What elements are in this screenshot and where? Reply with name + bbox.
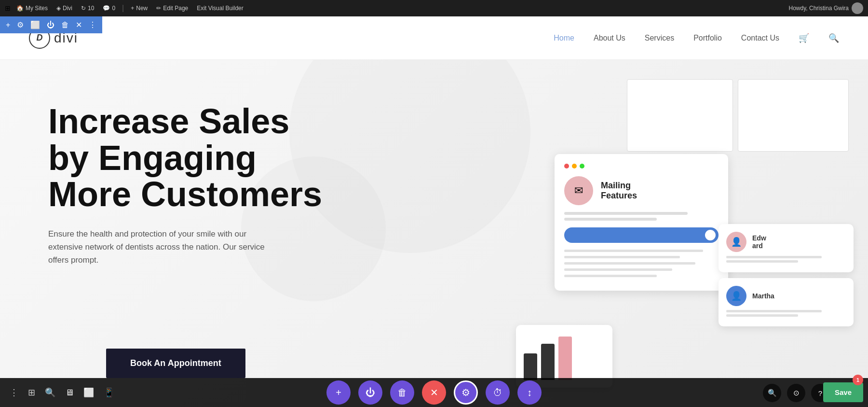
exit-visual-builder-btn[interactable]: Exit Visual Builder [194,3,246,14]
dot-red [564,164,569,168]
bar-2 [541,344,555,380]
vb-section-toolbar: + ⚙ ⬜ ⏻ 🗑 ✕ ⋮ [0,16,102,33]
divi-icon: ◈ [56,5,61,12]
fab-clock[interactable]: ⏱ [486,380,510,405]
toggle-icon[interactable]: ⏻ [47,21,54,29]
navigation: D divi Home About Us Services Portfolio … [0,16,868,60]
user-row-edward: 👤 Edward [726,232,846,252]
progress-bar [564,227,719,243]
dot-green [580,164,584,168]
avatar-edward: 👤 [726,232,746,252]
fab-sort[interactable]: ↕ [517,380,542,405]
sites-icon: 🏠 [16,5,24,12]
trash-icon[interactable]: 🗑 [61,21,69,29]
avatar[interactable] [852,2,863,14]
thin-line-4 [564,268,672,271]
nav-portfolio[interactable]: Portfolio [693,34,722,42]
edit-page-btn[interactable]: ✏ Edit Page [153,3,191,14]
user-row-martha: 👤 Martha [726,286,846,306]
admin-user-area: Howdy, Christina Gwira [789,2,863,14]
bottom-right-tools: 🔍 ⊙ ? [763,384,829,402]
fab-settings[interactable]: ⚙ [454,380,478,405]
notification-badge: 1 [853,375,863,385]
my-sites-menu[interactable]: 🏠 My Sites [14,3,51,14]
mailing-card: ✉ MailingFeatures [555,154,728,291]
comments-menu[interactable]: 💬 0 [100,3,118,14]
user-line-2 [726,260,798,263]
white-box-1 [627,79,733,152]
user-card-edward: 👤 Edward [719,224,854,272]
hero-text-area: Increase Sales by Engaging More Customer… [48,89,322,286]
thin-line-2 [564,256,680,258]
nav-links: Home About Us Services Portfolio Contact… [554,33,839,43]
wordpress-icon[interactable]: ⊞ [5,4,11,12]
plus-icon: + [131,5,134,12]
user-cards: 👤 Edward 👤 Martha [719,224,854,332]
card-line-2 [564,218,657,221]
card-line-1 [564,212,688,215]
hero-subtext: Ensure the health and protection of your… [48,227,280,267]
book-appointment-button[interactable]: Book An Appointment [106,349,245,378]
new-menu[interactable]: + New [128,3,150,14]
bar-3 [558,337,572,380]
fab-close[interactable]: ✕ [422,380,446,405]
thin-line-3 [564,262,695,265]
comment-icon: 💬 [103,5,110,12]
nav-contact[interactable]: Contact Us [741,34,779,42]
avatar-martha: 👤 [726,286,746,306]
fab-add[interactable]: + [326,380,351,405]
dot-yellow [572,164,577,168]
user-line-3 [726,310,822,312]
refresh-icon: ↻ [81,5,86,12]
fab-power[interactable]: ⏻ [358,380,382,405]
admin-bar: ⊞ 🏠 My Sites ◈ Divi ↻ 10 💬 0 | + New ✏ E… [0,0,868,16]
mailing-title: MailingFeatures [601,181,637,201]
howdy-text: Howdy, Christina Gwira [789,5,849,12]
toggle-knob [705,230,716,240]
user-line-4 [726,314,798,317]
close-icon[interactable]: ✕ [76,20,82,29]
thin-line-5 [564,275,657,277]
bar-1 [524,353,537,380]
search-tool-icon[interactable]: 🔍 [763,384,781,402]
user-name-martha: Martha [752,292,774,300]
card-lines [564,250,719,277]
user-name-edward: Edward [752,234,766,250]
layers-tool-icon[interactable]: ⊙ [787,384,805,402]
nav-home[interactable]: Home [554,34,574,42]
pencil-icon: ✏ [156,5,161,12]
search-icon[interactable]: 🔍 [828,33,839,43]
save-button[interactable]: Save [823,382,863,402]
more-icon[interactable]: ⋮ [89,20,96,29]
hero-heading: Increase Sales by Engaging More Customer… [48,103,322,213]
ui-mockup-area: ✉ MailingFeatures [492,60,868,407]
mail-icon-circle: ✉ [564,176,593,205]
nav-services[interactable]: Services [645,34,674,42]
fab-group: + ⏻ 🗑 ✕ ⚙ ⏱ ↕ [0,378,868,407]
fullwidth-icon[interactable]: ⬜ [30,20,40,29]
thin-line-1 [564,250,703,252]
add-section-icon[interactable]: + [6,21,10,29]
nav-about[interactable]: About Us [594,34,625,42]
fab-delete[interactable]: 🗑 [390,380,414,405]
divi-menu[interactable]: ◈ Divi [54,3,75,14]
settings-icon[interactable]: ⚙ [17,20,24,29]
updates-menu[interactable]: ↻ 10 [78,3,97,14]
white-box-2 [738,79,849,152]
book-appointment-area: Book An Appointment [106,349,245,378]
card-header: ✉ MailingFeatures [564,176,719,205]
cart-icon[interactable]: 🛒 [799,33,809,43]
card-dots [564,164,719,168]
user-card-martha: 👤 Martha [719,278,854,326]
user-line-1 [726,256,822,258]
